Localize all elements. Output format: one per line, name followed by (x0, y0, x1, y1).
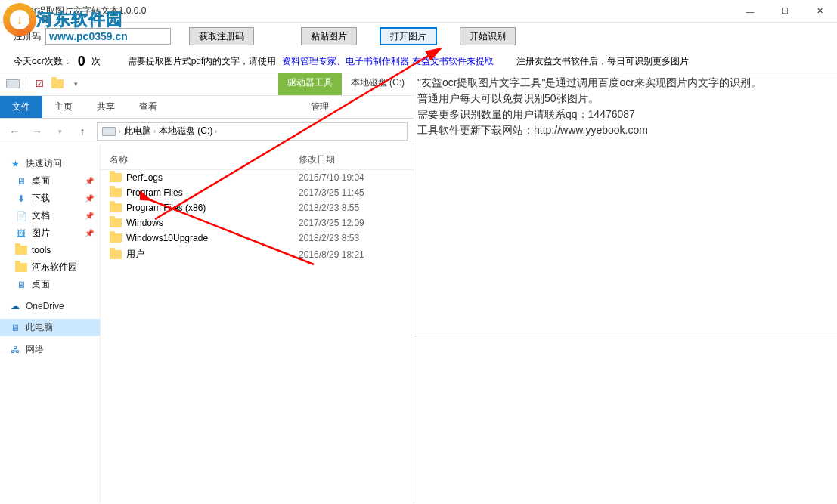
breadcrumb-pc[interactable]: 此电脑› (124, 125, 156, 138)
info-row: 今天ocr次数： 0 次 需要提取图片式pdf内的文字，请使用 资料管理专家、电… (0, 50, 837, 73)
context-tab-drive-tools[interactable]: 驱动器工具 (278, 73, 342, 95)
tab-file[interactable]: 文件 (0, 96, 42, 118)
nav-back-button: ← (6, 123, 23, 140)
folder-icon (110, 188, 122, 197)
tree-desktop[interactable]: 🖥桌面📌 (0, 172, 100, 190)
star-icon: ★ (9, 158, 21, 170)
info-text-area[interactable]: "友益ocr提取图片文字工具"是通过调用百度ocr来实现图片内文字的识别。 普通… (414, 73, 837, 335)
file-row[interactable]: 用户2016/8/29 18:21 (101, 246, 414, 263)
explorer-body: ★快速访问 🖥桌面📌 ⬇下载📌 📄文档📌 🖼图片📌 tools 河东软件园 🖥桌… (0, 144, 414, 503)
tab-share[interactable]: 共享 (85, 96, 127, 118)
tree-pictures[interactable]: 🖼图片📌 (0, 224, 100, 242)
folder-icon (110, 250, 122, 259)
file-row[interactable]: Windows10Upgrade2018/2/23 8:53 (101, 230, 414, 246)
pdf-links[interactable]: 资料管理专家、电子书制作利器 友益文书软件来提取 (282, 55, 493, 68)
document-icon: 📄 (15, 210, 27, 222)
folder-icon (110, 203, 122, 212)
right-pane: "友益ocr提取图片文字工具"是通过调用百度ocr来实现图片内文字的识别。 普通… (414, 73, 837, 503)
file-date: 2017/3/25 12:09 (299, 218, 405, 228)
folder-icon (15, 261, 27, 274)
unit-label: 次 (91, 55, 101, 68)
file-name: Windows10Upgrade (126, 233, 208, 243)
pin-icon: 📌 (85, 177, 94, 185)
ribbon-titlebar: ☑ ▾ 驱动器工具 本地磁盘 (C:) (0, 73, 414, 96)
qat-checkbox-icon[interactable]: ☑ (31, 76, 48, 92)
after-reg-note: 注册友益文书软件后，每日可识别更多图片 (516, 55, 689, 68)
paste-image-button[interactable]: 粘贴图片 (301, 27, 357, 45)
tab-view[interactable]: 查看 (127, 96, 169, 118)
onedrive-icon: ☁ (9, 300, 21, 312)
address-input[interactable]: › 此电脑› 本地磁盘 (C:)› (97, 122, 408, 141)
result-area[interactable] (414, 335, 837, 503)
pin-icon: 📌 (85, 194, 94, 203)
file-name: PerfLogs (126, 172, 163, 183)
close-button[interactable]: ✕ (802, 0, 837, 23)
picture-icon: 🖼 (15, 227, 27, 240)
today-label: 今天ocr次数： (14, 55, 72, 68)
file-list-header: 名称 修改日期 (101, 150, 414, 170)
quick-access-toolbar: ☑ ▾ (0, 73, 88, 95)
tree-hedong[interactable]: 河东软件园 (0, 258, 100, 276)
file-name: Program Files (x86) (126, 203, 206, 213)
qat-dropdown-icon[interactable]: ▾ (67, 76, 84, 92)
pdf-note: 需要提取图片式pdf内的文字，请使用 (128, 55, 277, 68)
open-image-button[interactable]: 打开图片 (380, 27, 437, 45)
tree-tools[interactable]: tools (0, 242, 100, 258)
file-row[interactable]: Program Files2017/3/25 11:45 (101, 185, 414, 200)
explorer-icon (5, 76, 21, 92)
nav-up-button[interactable]: ↑ (74, 123, 91, 140)
tree-onedrive[interactable]: ☁OneDrive (0, 298, 100, 314)
ribbon-tabs: 文件 主页 共享 查看 管理 (0, 96, 414, 119)
info-line-4: 工具软件更新下载网站：http://www.yyebook.com (417, 122, 834, 138)
file-date: 2018/2/23 8:55 (299, 203, 405, 213)
pin-icon: 📌 (85, 229, 94, 237)
file-name: 用户 (126, 248, 144, 261)
file-date: 2018/2/23 8:53 (299, 233, 405, 243)
nav-tree: ★快速访问 🖥桌面📌 ⬇下载📌 📄文档📌 🖼图片📌 tools 河东软件园 🖥桌… (0, 144, 101, 503)
get-reg-button[interactable]: 获取注册码 (189, 27, 254, 45)
pin-icon: 📌 (85, 212, 94, 220)
tree-network[interactable]: 🖧网络 (0, 341, 100, 358)
titlebar: 友益ocr提取图片文字转文本1.0.0.0 — ☐ ✕ (0, 0, 837, 23)
file-row[interactable]: Program Files (x86)2018/2/23 8:55 (101, 200, 414, 215)
tab-home[interactable]: 主页 (42, 96, 85, 118)
tree-downloads[interactable]: ⬇下载📌 (0, 190, 100, 207)
file-row[interactable]: PerfLogs2015/7/10 19:04 (101, 170, 414, 185)
qat-folder-icon[interactable] (49, 76, 66, 92)
nav-dropdown-icon[interactable]: ▾ (51, 123, 68, 140)
tree-desktop2[interactable]: 🖥桌面 (0, 276, 100, 293)
file-name: Program Files (126, 187, 183, 198)
folder-icon (15, 244, 27, 256)
info-line-1: "友益ocr提取图片文字工具"是通过调用百度ocr来实现图片内文字的识别。 (417, 75, 834, 91)
desktop-icon: 🖥 (15, 175, 27, 187)
desktop-icon: 🖥 (15, 279, 27, 291)
breadcrumb-disk[interactable]: 本地磁盘 (C:)› (159, 125, 217, 138)
tab-manage[interactable]: 管理 (299, 96, 341, 118)
nav-forward-button: → (29, 123, 45, 140)
network-icon: 🖧 (9, 344, 21, 356)
address-bar: ← → ▾ ↑ › 此电脑› 本地磁盘 (C:)› (0, 119, 414, 144)
file-list: 名称 修改日期 PerfLogs2015/7/10 19:04Program F… (101, 144, 414, 503)
start-ocr-button[interactable]: 开始识别 (460, 27, 516, 45)
tree-quick-access[interactable]: ★快速访问 (0, 155, 100, 172)
tree-this-pc[interactable]: 🖥此电脑 (0, 319, 100, 336)
reg-input[interactable] (45, 28, 171, 45)
file-name: Windows (126, 218, 163, 228)
pc-icon: 🖥 (9, 322, 21, 334)
file-date: 2017/3/25 11:45 (299, 187, 405, 198)
maximize-button[interactable]: ☐ (767, 0, 802, 23)
file-date: 2016/8/29 18:21 (299, 249, 405, 260)
minimize-button[interactable]: — (733, 0, 767, 23)
col-date[interactable]: 修改日期 (299, 153, 405, 166)
chevron-right-icon: › (119, 128, 121, 135)
folder-icon (110, 173, 122, 182)
col-name[interactable]: 名称 (110, 153, 299, 166)
window-controls: — ☐ ✕ (733, 0, 837, 23)
file-explorer-pane: ☑ ▾ 驱动器工具 本地磁盘 (C:) 文件 主页 共享 查看 管理 ← → ▾ (0, 73, 414, 503)
file-row[interactable]: Windows2017/3/25 12:09 (101, 215, 414, 230)
folder-icon (110, 233, 122, 243)
main-area: ☑ ▾ 驱动器工具 本地磁盘 (C:) 文件 主页 共享 查看 管理 ← → ▾ (0, 73, 837, 503)
download-icon: ⬇ (15, 193, 27, 205)
window-title: 友益ocr提取图片文字转文本1.0.0.0 (6, 5, 733, 17)
tree-documents[interactable]: 📄文档📌 (0, 207, 100, 224)
